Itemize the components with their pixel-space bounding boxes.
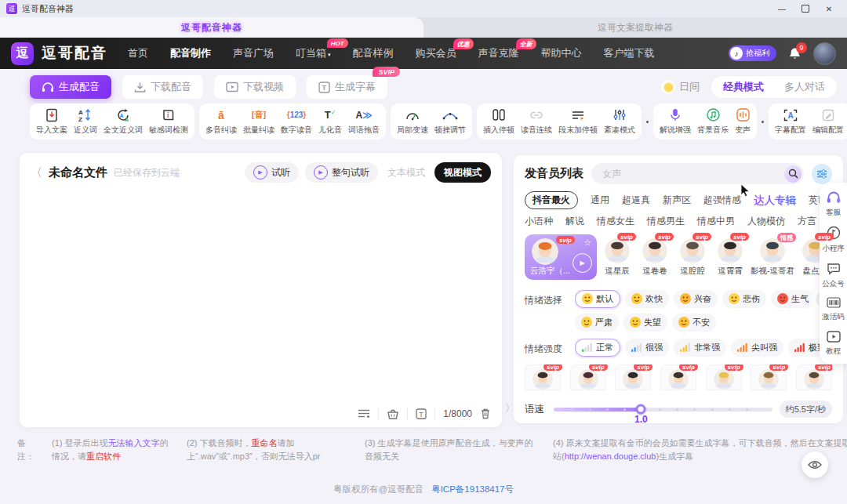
category-方言[interactable]: 方言: [798, 215, 816, 228]
more-voice-card[interactable]: svip: [706, 364, 742, 390]
tool-读音连续[interactable]: 读音连续: [518, 107, 554, 136]
nav-item-声音广场[interactable]: 声音广场: [233, 46, 274, 60]
category-抖音最火[interactable]: 抖音最火: [525, 191, 578, 209]
nav-item-客户端下载[interactable]: 客户端下载: [604, 46, 655, 60]
more-voice-card[interactable]: svip: [570, 364, 606, 390]
material-basket-icon[interactable]: [387, 408, 399, 419]
tool-批量纠读[interactable]: [音]批量纠读: [241, 107, 277, 136]
generate-dub-button[interactable]: 生成配音: [30, 75, 111, 99]
speaker-search-input[interactable]: [601, 168, 784, 180]
emotion-兴奋[interactable]: 兴奋: [674, 290, 718, 308]
nav-item-配音样例[interactable]: 配音样例: [353, 46, 394, 60]
more-voice-card[interactable]: svip: [796, 364, 832, 390]
preview-button[interactable]: ▶ 试听: [245, 162, 299, 183]
tab-dubbing-tool[interactable]: 逗哥配音神器: [0, 17, 424, 38]
voice-card-云浩宇（...[interactable]: svip☆▶云浩宇（...: [525, 234, 597, 280]
intensity-非常强[interactable]: 非常强: [674, 339, 726, 357]
close-button[interactable]: ✕: [817, 0, 841, 17]
category-人物模仿[interactable]: 人物模仿: [747, 215, 785, 228]
more-voice-card[interactable]: svip: [525, 364, 561, 390]
category-新声区[interactable]: 新声区: [663, 194, 691, 207]
user-avatar[interactable]: [813, 42, 836, 65]
back-button[interactable]: 〈: [31, 165, 42, 180]
tool-顿挫调节[interactable]: 顿挫调节: [432, 107, 468, 136]
emotion-生气[interactable]: 生气: [771, 290, 815, 308]
paragraph-list-icon[interactable]: [358, 408, 370, 419]
category-通用[interactable]: 通用: [591, 194, 609, 207]
tool-词语拖音[interactable]: A≫词语拖音: [346, 107, 382, 136]
more-voice-card[interactable]: svip: [660, 364, 696, 390]
multi-dialog-mode-tab[interactable]: 多人对话: [774, 80, 835, 94]
download-audio-button[interactable]: 下载配音: [122, 75, 203, 99]
nav-item-叮当箱[interactable]: 叮当箱▾HOT: [296, 46, 331, 60]
emotion-悲伤[interactable]: 悲伤: [722, 290, 766, 308]
emotion-默认[interactable]: 默认: [575, 290, 620, 308]
sidebar-item-教程[interactable]: 教程: [826, 331, 841, 355]
sidebar-item-公众号[interactable]: 公众号: [822, 263, 845, 288]
nav-item-购买会员[interactable]: 购买会员优惠: [416, 46, 456, 60]
emotion-不安[interactable]: 不安: [672, 314, 716, 332]
tool-全文近义词[interactable]: AA全文近义词: [101, 107, 145, 136]
text-box-icon[interactable]: T: [416, 408, 427, 419]
tool-敏感词检测[interactable]: i敏感词检测: [147, 107, 191, 136]
star-icon[interactable]: ☆: [583, 237, 591, 248]
more-voice-card[interactable]: svip: [615, 364, 651, 390]
tool-紊凑模式[interactable]: 紊凑模式: [602, 107, 638, 136]
category-情感女生[interactable]: 情感女生: [597, 215, 634, 228]
promo-pill[interactable]: ♪ 抢福利: [729, 45, 776, 61]
voice-card-逗腔腔[interactable]: svip逗腔腔: [675, 234, 710, 277]
emotion-严肃[interactable]: 严肃: [575, 314, 619, 332]
category-超强情感[interactable]: 超强情感: [703, 194, 741, 207]
voice-card-逗霄霄[interactable]: svip逗霄霄: [713, 234, 747, 277]
tool-变声[interactable]: 变声: [732, 107, 753, 136]
brand-logo[interactable]: 逗: [11, 42, 34, 65]
trash-icon[interactable]: [480, 408, 491, 419]
tool-儿化音[interactable]: T✓儿化音: [316, 107, 344, 136]
tool-段末加停顿[interactable]: 段末加停顿: [556, 107, 600, 136]
voice-play-button[interactable]: ▶: [573, 253, 592, 273]
category-解说[interactable]: 解说: [565, 215, 584, 228]
tool-近义词[interactable]: AZ近义词: [71, 107, 100, 136]
tool-导入文案[interactable]: 导入文案: [34, 107, 70, 136]
category-情感中男[interactable]: 情感中男: [697, 215, 735, 228]
speed-slider[interactable]: 1.0: [554, 408, 772, 412]
emotion-欢快[interactable]: 欢快: [625, 290, 669, 308]
more-voice-card[interactable]: svip: [751, 364, 787, 390]
notification-bell[interactable]: 9: [788, 47, 802, 60]
sidebar-item-客服[interactable]: 客服: [826, 191, 842, 216]
tool-背景音乐[interactable]: 背景音乐: [695, 107, 731, 136]
text-mode-button[interactable]: 文本模式: [387, 166, 425, 179]
tool-编辑配置[interactable]: 编辑配置: [810, 107, 846, 136]
category-小语种[interactable]: 小语种: [525, 215, 553, 228]
sentence-preview-button[interactable]: ▶ 整句试听: [305, 162, 378, 183]
classic-mode-tab[interactable]: 经典模式: [713, 80, 774, 94]
tool-字幕配置[interactable]: A字幕配置: [772, 107, 809, 136]
download-video-button[interactable]: 下载视频: [214, 75, 296, 99]
category-情感男生[interactable]: 情感男生: [647, 215, 685, 228]
voice-card-逗卷卷[interactable]: svip逗卷卷: [638, 234, 672, 277]
nav-item-帮助中心[interactable]: 帮助中心: [541, 46, 582, 60]
nav-item-配音制作[interactable]: 配音制作: [170, 46, 211, 60]
nav-item-声音克隆[interactable]: 声音克隆全新: [478, 46, 519, 60]
minimize-button[interactable]: —: [770, 0, 794, 17]
intensity-正常[interactable]: 正常: [575, 339, 620, 357]
day-mode-toggle[interactable]: 日间: [661, 80, 700, 94]
sidebar-item-激活码[interactable]: 激活码: [822, 297, 845, 321]
tool-插入停顿[interactable]: 插入停顿: [481, 107, 517, 136]
nav-item-首页[interactable]: 首页: [128, 46, 148, 60]
generate-subtitle-button[interactable]: T 生成字幕 SVIP: [307, 75, 387, 99]
category-达人专辑[interactable]: 达人专辑: [754, 194, 796, 208]
voice-card-影视-逗哥君[interactable]: 情感影视-逗哥君: [751, 234, 794, 277]
icp-link[interactable]: 粤ICP备19138417号: [431, 484, 514, 495]
search-button[interactable]: [784, 165, 802, 183]
filter-button[interactable]: [812, 164, 832, 184]
view-mode-button[interactable]: 视图模式: [434, 162, 491, 183]
maximize-button[interactable]: [794, 0, 817, 17]
tool-多音纠读[interactable]: ā多音纠读: [203, 107, 239, 136]
category-超逼真[interactable]: 超逼真: [622, 194, 650, 207]
tool-数字读音[interactable]: {123}数字读音: [278, 107, 314, 136]
intensity-很强[interactable]: 很强: [625, 339, 669, 357]
tool-解说增强[interactable]: 解说增强: [657, 107, 693, 136]
voice-card-逗星辰[interactable]: svip逗星辰: [600, 234, 634, 277]
intensity-尖叫强[interactable]: 尖叫强: [731, 339, 783, 357]
